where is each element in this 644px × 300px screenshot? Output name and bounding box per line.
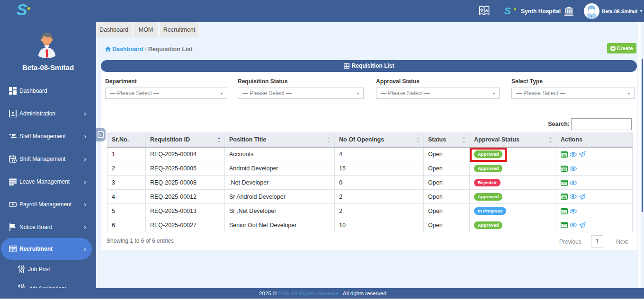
svg-text:⽂: ⽂ [479, 9, 483, 13]
svg-text:A: A [485, 8, 488, 13]
